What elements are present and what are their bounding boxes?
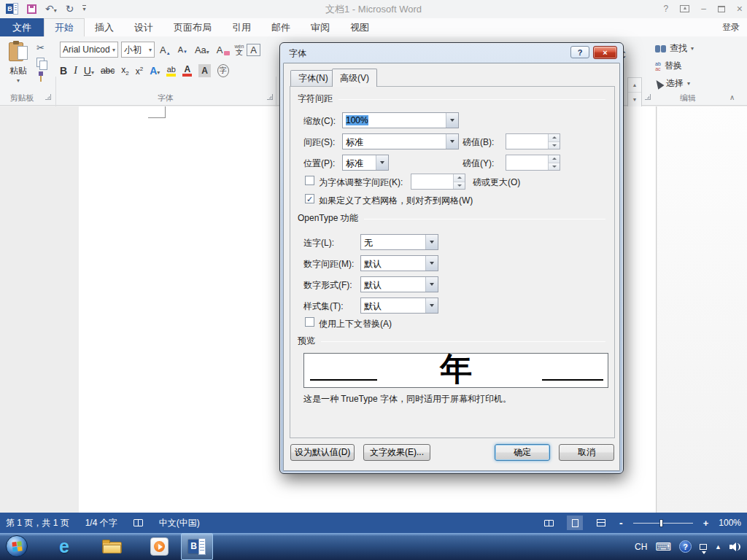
superscript-button[interactable]: x2 xyxy=(136,66,143,77)
taskbar-media-player[interactable] xyxy=(144,535,174,558)
zoom-out-button[interactable]: - xyxy=(619,517,623,529)
strikethrough-button[interactable]: abc xyxy=(101,66,115,76)
kerning-checkbox[interactable] xyxy=(305,176,314,185)
dropdown-arrow-icon[interactable] xyxy=(425,277,438,292)
bold-button[interactable]: B xyxy=(60,65,67,77)
replace-button[interactable]: abac 替换 xyxy=(655,60,694,72)
character-border-button[interactable]: A xyxy=(247,44,260,56)
show-hidden-icons[interactable]: ▲ xyxy=(715,543,721,551)
dialog-tab-font[interactable]: 字体(N) xyxy=(290,70,336,86)
print-layout-button[interactable] xyxy=(567,516,583,530)
clipboard-dialog-launcher-icon[interactable] xyxy=(45,94,51,100)
phonetic-guide-button[interactable]: wén文 xyxy=(235,44,244,56)
read-mode-button[interactable] xyxy=(541,516,557,530)
minimize-icon[interactable]: – xyxy=(701,4,706,14)
proofing-icon[interactable] xyxy=(133,519,143,526)
word-count[interactable]: 1/4 个字 xyxy=(85,517,117,529)
gallery-scroll-up-icon[interactable]: ▲ xyxy=(628,78,641,93)
font-dialog-launcher-icon[interactable] xyxy=(267,94,273,100)
taskbar-file-explorer[interactable] xyxy=(97,535,126,558)
clear-formatting-button[interactable]: A xyxy=(214,44,232,56)
contextual-alternates-checkbox[interactable] xyxy=(305,317,314,327)
zoom-slider-thumb[interactable] xyxy=(659,519,663,527)
tab-references[interactable]: 引用 xyxy=(222,18,261,36)
snap-to-grid-label[interactable]: 如果定义了文档网格，则对齐到网格(W) xyxy=(319,195,473,207)
dropdown-arrow-icon[interactable] xyxy=(425,298,438,313)
dialog-tab-advanced[interactable]: 高级(V) xyxy=(332,69,377,87)
volume-icon[interactable] xyxy=(729,542,741,552)
zoom-slider[interactable] xyxy=(633,523,693,524)
spin-up-icon[interactable] xyxy=(454,174,465,182)
tab-review[interactable]: 审阅 xyxy=(301,18,340,36)
text-effects-button-dialog[interactable]: 文字效果(E)... xyxy=(363,444,430,461)
spacing-by-spinner[interactable] xyxy=(506,133,560,149)
shrink-font-button[interactable]: A▼ xyxy=(176,44,190,55)
tab-insert[interactable]: 插入 xyxy=(85,18,124,36)
zoom-in-button[interactable]: + xyxy=(703,518,709,529)
dialog-help-icon[interactable]: ? xyxy=(570,46,589,58)
dropdown-arrow-icon[interactable] xyxy=(446,134,458,149)
spacing-combo[interactable]: 标准 xyxy=(342,133,459,149)
change-case-button[interactable]: Aa▾ xyxy=(193,44,212,56)
subscript-button[interactable]: x2 xyxy=(121,65,128,77)
tab-view[interactable]: 视图 xyxy=(340,18,379,36)
tray-help-icon[interactable]: ? xyxy=(679,540,692,553)
collapse-ribbon-icon[interactable]: ∧ xyxy=(729,93,735,101)
stylistic-sets-combo[interactable]: 默认 xyxy=(360,298,438,314)
italic-button[interactable]: I xyxy=(74,65,77,77)
paste-dropdown-icon[interactable]: ▾ xyxy=(6,77,31,84)
scale-combo[interactable]: 100% xyxy=(342,112,459,128)
font-color-button[interactable]: A xyxy=(182,65,192,77)
dropdown-arrow-icon[interactable] xyxy=(425,235,438,249)
copy-icon[interactable] xyxy=(36,58,44,67)
tab-page-layout[interactable]: 页面布局 xyxy=(163,18,222,36)
font-size-combo[interactable]: 小初▾ xyxy=(121,42,155,58)
taskbar-internet-explorer[interactable]: e xyxy=(50,535,79,558)
close-icon[interactable]: × xyxy=(737,3,743,15)
format-painter-icon[interactable] xyxy=(36,71,45,82)
paste-button[interactable]: 粘贴 ▾ xyxy=(6,41,31,84)
ligatures-combo[interactable]: 无 xyxy=(360,234,438,250)
tab-file[interactable]: 文件 xyxy=(0,18,44,36)
spin-up-icon[interactable] xyxy=(549,134,560,142)
styles-dialog-launcher-icon[interactable] xyxy=(645,94,651,100)
cancel-button[interactable]: 取消 xyxy=(559,444,614,461)
taskbar-word-active[interactable]: B xyxy=(181,533,213,560)
font-name-combo[interactable]: Arial Unicod▾ xyxy=(60,42,118,58)
tray-window-icon[interactable] xyxy=(700,544,707,550)
dialog-close-icon[interactable]: × xyxy=(593,46,617,59)
snap-to-grid-checkbox[interactable]: ✓ xyxy=(305,194,314,203)
spin-up-icon[interactable] xyxy=(549,155,560,163)
grow-font-button[interactable]: A▲ xyxy=(158,44,173,56)
contextual-alternates-label[interactable]: 使用上下文替换(A) xyxy=(319,318,392,330)
number-spacing-combo[interactable]: 默认 xyxy=(360,255,438,271)
dropdown-arrow-icon[interactable] xyxy=(446,113,458,128)
kerning-label[interactable]: 为字体调整字间距(K): xyxy=(319,176,403,189)
zoom-level[interactable]: 100% xyxy=(719,518,741,528)
sign-in-link[interactable]: 登录 xyxy=(722,21,740,34)
tab-home[interactable]: 开始 xyxy=(44,18,85,36)
highlight-color-button[interactable]: ab xyxy=(166,66,176,77)
spin-down-icon[interactable] xyxy=(454,182,465,190)
restore-icon[interactable] xyxy=(718,6,725,12)
underline-button[interactable]: U▾ xyxy=(84,64,94,77)
dropdown-arrow-icon[interactable] xyxy=(376,155,388,170)
text-effects-button[interactable]: A▾ xyxy=(150,64,160,77)
character-shading-button[interactable]: A xyxy=(198,64,211,77)
find-button[interactable]: 查找 ▾ xyxy=(655,42,694,55)
select-button[interactable]: 选择 ▾ xyxy=(655,77,694,90)
tray-language[interactable]: CH xyxy=(635,542,647,552)
position-by-spinner[interactable] xyxy=(506,155,560,171)
enclose-characters-button[interactable]: 字 xyxy=(217,64,229,77)
web-layout-button[interactable] xyxy=(593,516,609,530)
set-as-default-button[interactable]: 设为默认值(D) xyxy=(290,444,355,461)
ribbon-display-options-icon[interactable] xyxy=(680,5,689,12)
tab-design[interactable]: 设计 xyxy=(124,18,163,36)
number-forms-combo[interactable]: 默认 xyxy=(360,276,438,292)
kerning-size-spinner[interactable] xyxy=(411,174,465,190)
gallery-scroll-down-icon[interactable]: ▼ xyxy=(628,93,641,107)
page-indicator[interactable]: 第 1 页，共 1 页 xyxy=(6,517,69,529)
help-icon[interactable]: ? xyxy=(663,4,668,14)
keyboard-icon[interactable]: ⌨ xyxy=(655,540,671,553)
start-button[interactable] xyxy=(6,535,28,557)
